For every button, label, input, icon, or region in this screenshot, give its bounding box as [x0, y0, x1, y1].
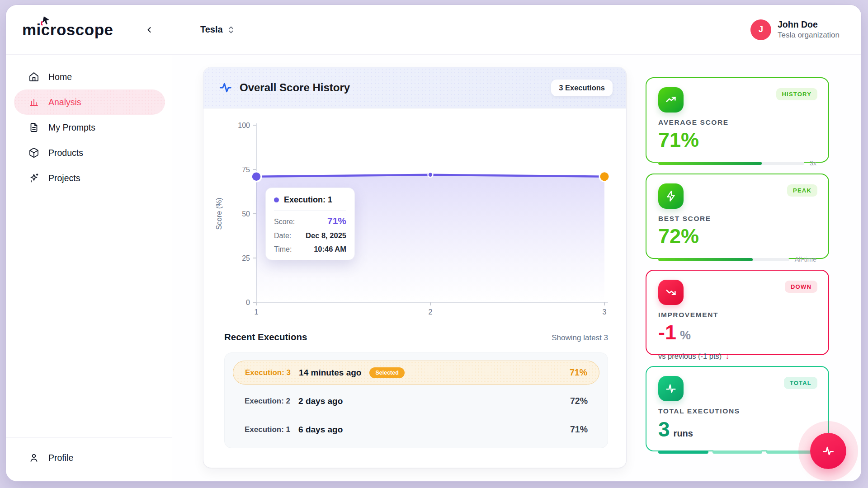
app-window: microscope Home Analysis My Prompts Prod… [5, 5, 862, 482]
cursor-icon [38, 14, 52, 28]
chart-tooltip: Execution: 1 Score: 71% Date: Dec 8, 202… [265, 188, 355, 260]
run-analysis-fab[interactable] [810, 433, 846, 469]
showing-latest-label: Showing latest 3 [552, 333, 608, 343]
execution-row-2[interactable]: Execution: 2 2 days ago 72% [233, 389, 599, 413]
execution-label: Execution: 1 [245, 425, 290, 434]
x-tick-1: 1 [255, 308, 259, 316]
sidebar-nav: Home Analysis My Prompts Products Projec… [6, 55, 172, 191]
sparkles-icon [28, 173, 39, 183]
tooltip-score-value: 71% [327, 216, 346, 226]
progress-fill [658, 258, 753, 261]
history-badge: HISTORY [776, 88, 817, 100]
sidebar: microscope Home Analysis My Prompts Prod… [6, 5, 172, 481]
sidebar-item-profile[interactable]: Profile [14, 445, 165, 470]
improvement-value: -1 [658, 321, 676, 344]
sidebar-item-products[interactable]: Products [14, 140, 165, 165]
sidebar-item-label: Profile [48, 453, 73, 463]
trending-up-icon [658, 87, 684, 113]
bar-note: All-time [795, 256, 816, 263]
total-executions-unit: runs [674, 428, 693, 439]
sidebar-item-label: My Prompts [48, 122, 95, 133]
chevrons-up-down-icon [227, 26, 235, 34]
stat-label: TOTAL EXECUTIONS [658, 407, 816, 415]
sidebar-item-home[interactable]: Home [14, 64, 165, 89]
sidebar-item-label: Products [48, 148, 83, 158]
top-header: Tesla J John Doe Tesla organization [172, 5, 861, 55]
content: Overall Score History 3 Executions [172, 55, 861, 481]
progress-track [658, 162, 804, 165]
segment-2 [712, 450, 763, 454]
execution-row-3[interactable]: Execution: 3 14 minutes ago Selected 71% [233, 361, 599, 385]
bar-note: 3x [810, 160, 816, 167]
stat-label: IMPROVEMENT [658, 311, 816, 319]
execution-segments [658, 450, 816, 454]
executions-list: Execution: 3 14 minutes ago Selected 71%… [224, 352, 608, 448]
bar-chart-icon [28, 97, 39, 108]
tooltip-title: Execution: 1 [284, 195, 332, 205]
y-axis-label: Score (%) [215, 197, 223, 230]
org-selector[interactable]: Tesla [200, 24, 235, 35]
sidebar-item-projects[interactable]: Projects [14, 165, 165, 191]
execution-label: Execution: 2 [245, 397, 290, 406]
improvement-card: DOWN IMPROVEMENT -1 % vs previous (-1 pt… [646, 270, 829, 355]
progress-track [658, 258, 789, 261]
fab-halo [798, 421, 858, 481]
tooltip-time-label: Time: [274, 245, 292, 253]
sidebar-item-label: Projects [48, 173, 80, 183]
execution-row-1[interactable]: Execution: 1 6 days ago 71% [233, 418, 599, 441]
sidebar-item-label: Analysis [48, 97, 81, 108]
file-text-icon [28, 122, 39, 133]
sidebar-collapse-button[interactable] [145, 25, 154, 34]
execution-score: 72% [570, 396, 588, 406]
sidebar-item-analysis[interactable]: Analysis [14, 89, 165, 115]
y-tick-25: 25 [242, 254, 250, 262]
sidebar-header: microscope [6, 5, 172, 55]
execution-score: 71% [570, 367, 587, 378]
x-tick-2: 2 [429, 308, 433, 316]
best-score-value: 72% [658, 225, 816, 248]
home-icon [28, 71, 39, 82]
tooltip-date-value: Dec 8, 2025 [306, 231, 346, 240]
activity-icon [821, 444, 835, 458]
improvement-suffix: % [680, 328, 691, 343]
user-menu[interactable]: J John Doe Tesla organization [750, 19, 840, 40]
down-arrow-icon: ↓ [725, 352, 729, 361]
data-point-2[interactable] [428, 172, 433, 177]
avatar: J [750, 19, 771, 40]
sidebar-item-label: Home [48, 72, 72, 82]
selected-badge: Selected [369, 367, 404, 378]
chart-area: 100 75 50 25 0 Score (%) [203, 108, 626, 321]
segment-1 [658, 450, 708, 454]
total-badge: TOTAL [784, 377, 817, 389]
execution-time: 6 days ago [298, 425, 343, 435]
package-icon [28, 147, 39, 158]
improvement-note: vs previous (-1 pts) [658, 352, 722, 361]
progress-fill [658, 162, 762, 165]
peak-badge: PEAK [787, 184, 817, 197]
y-tick-75: 75 [242, 166, 250, 174]
sidebar-item-my-prompts[interactable]: My Prompts [14, 115, 165, 140]
tooltip-time-value: 10:46 AM [314, 245, 346, 253]
data-point-1[interactable] [251, 172, 261, 182]
executions-count-badge: 3 Executions [551, 80, 613, 96]
recent-executions-title: Recent Executions [224, 332, 307, 343]
execution-time: 14 minutes ago [299, 368, 361, 378]
execution-time: 2 days ago [298, 396, 343, 406]
trending-down-icon [658, 280, 684, 305]
y-tick-50: 50 [242, 210, 250, 218]
execution-score: 71% [570, 424, 588, 435]
recent-executions-section: Recent Executions Showing latest 3 Execu… [203, 321, 626, 448]
y-tick-100: 100 [238, 122, 250, 129]
pulse-icon [658, 376, 684, 401]
y-tick-0: 0 [246, 299, 250, 306]
stat-label: BEST SCORE [658, 215, 816, 223]
data-point-3[interactable] [599, 172, 609, 182]
user-organization: Tesla organization [778, 31, 840, 40]
down-badge: DOWN [785, 281, 817, 293]
stat-label: AVERAGE SCORE [658, 118, 816, 127]
average-score-card: HISTORY AVERAGE SCORE 71% 3x [646, 77, 829, 163]
best-score-card: PEAK BEST SCORE 72% All-time [646, 174, 829, 259]
zap-icon [658, 183, 684, 209]
main-area: Tesla J John Doe Tesla organization Over… [172, 5, 861, 481]
tooltip-score-label: Score: [274, 218, 295, 226]
